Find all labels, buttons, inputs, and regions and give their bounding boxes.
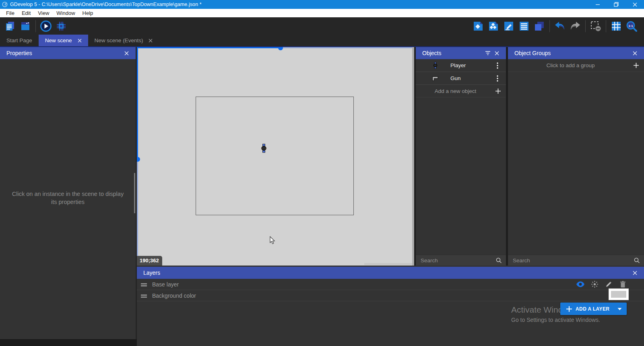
tab-label: New scene (Events)	[95, 37, 143, 43]
chevron-down-icon[interactable]	[617, 307, 622, 311]
close-icon[interactable]	[492, 49, 501, 58]
play-preview-icon[interactable]	[40, 20, 52, 32]
window-title: GDevelop 5 - C:\Users\Sparkle\OneDrive\D…	[10, 2, 202, 7]
grid-icon[interactable]	[610, 20, 622, 32]
tab-new-scene-events[interactable]: New scene (Events)	[88, 35, 159, 46]
menu-file[interactable]: File	[2, 9, 18, 17]
selection-handle-top[interactable]	[278, 47, 283, 50]
visibility-eye-icon[interactable]	[576, 280, 585, 289]
object-name: Player	[445, 62, 493, 68]
clear-selection-icon[interactable]	[590, 20, 602, 32]
gdevelop-logo-icon	[2, 2, 8, 7]
redo-icon[interactable]	[569, 20, 581, 32]
scene-canvas[interactable]: 190;362	[137, 47, 412, 266]
game-window-frame	[196, 97, 354, 215]
selection-edge-top-faded	[281, 47, 412, 48]
filter-icon[interactable]	[483, 49, 492, 58]
object-row-player[interactable]: Player	[416, 59, 506, 72]
object-row-gun[interactable]: Gun	[416, 72, 506, 85]
svg-text:1:1: 1:1	[628, 24, 633, 27]
add-layer-button[interactable]: ADD A LAYER	[560, 303, 627, 315]
add-group-row[interactable]: Click to add a group	[508, 59, 644, 72]
plus-icon[interactable]	[633, 62, 639, 68]
instances-list-icon[interactable]	[518, 20, 530, 32]
tab-new-scene[interactable]: New scene	[39, 35, 88, 46]
scene-window-icon[interactable]	[19, 20, 31, 32]
add-object-label: Add a new object	[416, 88, 495, 94]
close-button[interactable]	[625, 0, 644, 9]
close-icon[interactable]	[122, 49, 131, 58]
tab-close-icon[interactable]	[149, 39, 153, 43]
layers-panel-header: Layers	[137, 267, 644, 279]
properties-panel: Properties Click on an instance in the s…	[0, 47, 136, 339]
objects-editor-icon[interactable]	[472, 20, 484, 32]
groups-search-input[interactable]	[508, 257, 634, 264]
selection-edge-left-faded	[137, 159, 138, 266]
selection-handle-left[interactable]	[137, 157, 140, 162]
restore-button[interactable]	[607, 0, 625, 9]
kebab-menu-icon[interactable]	[493, 61, 502, 70]
horizontal-scrollbar[interactable]	[364, 263, 412, 265]
properties-editor-icon[interactable]	[503, 20, 515, 32]
close-icon[interactable]	[630, 268, 639, 277]
layer-name: Base layer	[152, 281, 179, 288]
delete-trash-icon[interactable]	[618, 280, 627, 289]
add-object-row[interactable]: Add a new object	[416, 85, 506, 97]
bottom-strip	[0, 339, 137, 346]
tab-close-icon[interactable]	[78, 39, 82, 43]
layer-row-background-color[interactable]: Background color	[137, 290, 644, 301]
properties-scrollbar[interactable]	[134, 173, 135, 213]
toolbar-separator	[549, 20, 550, 32]
edit-pencil-icon[interactable]	[604, 280, 613, 289]
player-instance[interactable]	[261, 144, 267, 153]
objects-panel-header: Objects	[416, 47, 506, 59]
editor-tab-bar: Start Page New scene New scene (Events)	[0, 35, 644, 47]
tab-start-page[interactable]: Start Page	[0, 35, 39, 46]
object-groups-panel: Object Groups Click to add a group	[508, 47, 644, 266]
toolbar-separator	[585, 20, 586, 32]
zoom-original-icon[interactable]: 1:1	[625, 20, 638, 32]
add-group-label: Click to add a group	[508, 62, 633, 68]
project-manager-icon[interactable]	[4, 20, 16, 32]
properties-panel-header: Properties	[0, 47, 136, 59]
toolbar-separator	[35, 20, 36, 32]
properties-empty-message: Click on an instance in the scene to dis…	[0, 190, 136, 206]
minimize-button[interactable]	[588, 0, 607, 9]
menu-view[interactable]: View	[34, 9, 53, 17]
drag-handle-icon[interactable]	[140, 292, 147, 299]
selection-edge-left	[137, 47, 138, 159]
player-thumbnail-icon	[431, 62, 439, 69]
layer-effects-icon[interactable]	[590, 280, 599, 289]
menu-edit[interactable]: Edit	[18, 9, 34, 17]
watermark-subtitle: Go to Settings to activate Windows.	[511, 317, 600, 323]
plus-icon[interactable]	[495, 88, 501, 94]
cursor-coordinates-badge: 190;362	[137, 256, 162, 266]
object-groups-editor-icon[interactable]	[487, 20, 500, 32]
gdevelop-window: GDevelop 5 - C:\Users\Sparkle\OneDrive\D…	[0, 0, 644, 346]
menu-bar: File Edit View Window Help	[0, 9, 644, 17]
undo-icon[interactable]	[554, 20, 566, 32]
title-bar: GDevelop 5 - C:\Users\Sparkle\OneDrive\D…	[0, 0, 644, 9]
objects-search-bar	[416, 255, 506, 266]
tab-label: New scene	[45, 37, 72, 43]
objects-search-input[interactable]	[416, 257, 496, 264]
kebab-menu-icon[interactable]	[493, 74, 502, 83]
layers-editor-icon[interactable]	[533, 20, 545, 32]
menu-help[interactable]: Help	[79, 9, 97, 17]
layers-panel: Layers Base layer	[137, 266, 644, 346]
menu-window[interactable]: Window	[53, 9, 78, 17]
close-icon[interactable]	[630, 49, 639, 58]
mouse-cursor	[270, 236, 276, 245]
toolbar-separator	[606, 20, 606, 32]
layers-panel-title: Layers	[143, 270, 160, 276]
object-name: Gun	[445, 75, 493, 81]
layer-row-base[interactable]: Base layer	[137, 279, 644, 290]
drag-handle-icon[interactable]	[140, 281, 147, 288]
debugger-icon[interactable]	[55, 20, 67, 32]
tab-label: Start Page	[6, 37, 32, 43]
object-groups-panel-header: Object Groups	[508, 47, 644, 59]
main-toolbar: 1:1	[0, 17, 644, 35]
background-color-swatch[interactable]	[609, 288, 629, 300]
properties-panel-title: Properties	[6, 50, 32, 56]
search-icon	[634, 257, 640, 264]
